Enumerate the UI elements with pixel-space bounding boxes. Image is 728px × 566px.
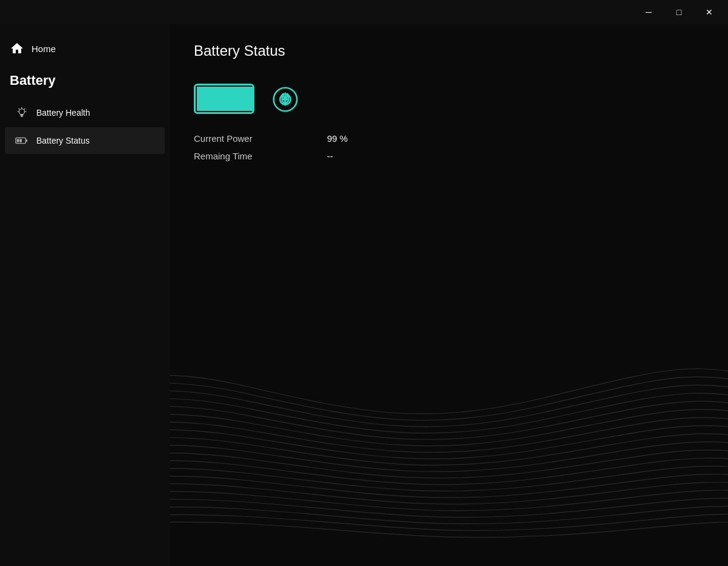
current-power-row: Current Power 99 % bbox=[194, 133, 704, 144]
power-plug-icon bbox=[273, 87, 298, 112]
battery-seg-1 bbox=[199, 87, 203, 111]
battery-fill bbox=[197, 87, 254, 111]
current-power-label: Current Power bbox=[194, 133, 279, 144]
close-button[interactable]: ✕ bbox=[695, 2, 723, 22]
remaining-time-value: -- bbox=[327, 151, 333, 161]
battery-info: Current Power 99 % Remaing Time -- bbox=[194, 133, 704, 161]
battery-health-label: Battery Health bbox=[36, 108, 90, 118]
battery-small-icon bbox=[15, 133, 29, 148]
home-label: Home bbox=[31, 44, 56, 54]
minimize-button[interactable]: ─ bbox=[635, 2, 663, 22]
svg-line-4 bbox=[19, 108, 19, 109]
battery-status-label: Battery Status bbox=[36, 136, 90, 145]
app-container: Home Battery Battery Health bbox=[0, 24, 728, 566]
svg-line-3 bbox=[24, 108, 25, 109]
svg-rect-9 bbox=[17, 139, 19, 142]
battery-display bbox=[194, 84, 704, 115]
battery-seg-7 bbox=[231, 87, 236, 111]
battery-icon-large bbox=[194, 84, 260, 115]
remaining-time-row: Remaing Time -- bbox=[194, 151, 704, 161]
current-power-value: 99 % bbox=[327, 133, 348, 144]
home-icon bbox=[10, 41, 24, 56]
svg-rect-8 bbox=[25, 139, 27, 142]
battery-seg-4 bbox=[215, 87, 219, 111]
sidebar-item-battery-status[interactable]: Battery Status bbox=[5, 127, 165, 154]
window-controls: ─ □ ✕ bbox=[635, 2, 723, 22]
home-nav-item[interactable]: Home bbox=[0, 36, 170, 61]
maximize-button[interactable]: □ bbox=[665, 2, 693, 22]
svg-point-0 bbox=[19, 109, 24, 115]
battery-seg-3 bbox=[210, 87, 214, 111]
battery-body bbox=[194, 84, 254, 114]
page-title: Battery Status bbox=[194, 42, 704, 59]
battery-seg-5 bbox=[220, 87, 225, 111]
sidebar-item-battery-health[interactable]: Battery Health bbox=[5, 99, 165, 126]
battery-seg-6 bbox=[226, 87, 230, 111]
battery-seg-9 bbox=[242, 87, 247, 111]
battery-seg-2 bbox=[204, 87, 208, 111]
battery-seg-10 bbox=[248, 87, 252, 111]
titlebar: ─ □ ✕ bbox=[0, 0, 728, 24]
svg-rect-10 bbox=[19, 139, 22, 142]
svg-rect-1 bbox=[21, 116, 23, 117]
remaining-time-label: Remaing Time bbox=[194, 151, 279, 161]
battery-seg-8 bbox=[237, 87, 241, 111]
sidebar: Home Battery Battery Health bbox=[0, 24, 170, 566]
sidebar-section-title: Battery bbox=[0, 67, 170, 98]
main-content: Battery Status bbox=[170, 24, 728, 566]
battery-terminal bbox=[254, 93, 254, 105]
bulb-icon bbox=[15, 105, 29, 120]
